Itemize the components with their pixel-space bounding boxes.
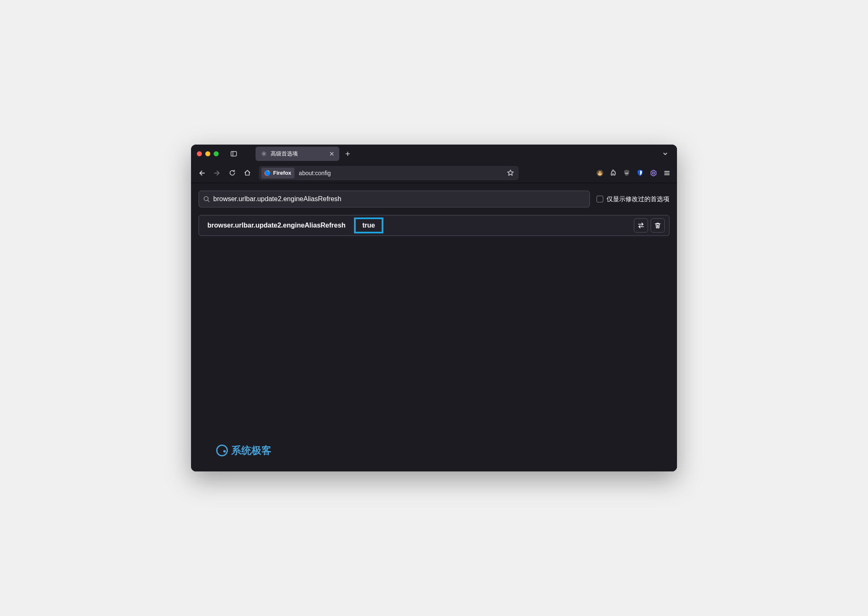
list-all-tabs-button[interactable] — [659, 148, 671, 160]
sidebar-toggle-button[interactable] — [228, 148, 240, 160]
bookmark-star-button[interactable] — [504, 167, 516, 179]
firefox-icon — [264, 170, 271, 176]
close-icon — [329, 151, 334, 156]
config-search-input[interactable] — [213, 195, 585, 203]
svg-point-14 — [600, 172, 601, 173]
monkey-icon — [596, 169, 604, 177]
nav-toolbar: Firefox about:config — [191, 163, 677, 183]
pref-toggle-button[interactable] — [634, 218, 648, 233]
home-button[interactable] — [240, 166, 254, 180]
svg-rect-0 — [231, 152, 237, 156]
config-search-box[interactable] — [199, 191, 590, 207]
identity-box[interactable]: Firefox — [261, 168, 294, 179]
pref-value: true — [354, 217, 383, 233]
show-modified-label: 仅显示修改过的首选项 — [607, 195, 669, 203]
window-controls — [197, 151, 219, 156]
plus-icon — [345, 151, 351, 157]
tab-title: 高级首选项 — [271, 150, 325, 158]
svg-text:uo: uo — [625, 172, 628, 174]
minimize-window-button[interactable] — [205, 151, 210, 156]
shield-icon: uo — [623, 169, 630, 177]
hexagon-icon — [650, 169, 657, 177]
arrow-right-icon — [213, 169, 221, 177]
checkbox-icon[interactable] — [597, 196, 603, 202]
trash-icon — [654, 222, 661, 229]
new-tab-button[interactable] — [342, 148, 354, 160]
pref-actions — [630, 215, 669, 236]
show-modified-only[interactable]: 仅显示修改过的首选项 — [597, 195, 669, 203]
home-icon — [244, 169, 251, 176]
extension-bitwarden-icon[interactable] — [634, 167, 646, 179]
pref-value-cell: true — [354, 215, 383, 236]
pref-delete-button[interactable] — [651, 218, 665, 233]
svg-line-22 — [208, 200, 209, 202]
svg-point-13 — [598, 172, 599, 173]
back-button[interactable] — [195, 166, 209, 180]
about-config-content: 仅显示修改过的首选项 browser.urlbar.update2.engine… — [191, 183, 677, 471]
pref-row: browser.urlbar.update2.engineAliasRefres… — [199, 215, 669, 236]
forward-button[interactable] — [210, 166, 224, 180]
settings-icon — [261, 150, 267, 157]
identity-label: Firefox — [273, 170, 291, 176]
tab-close-button[interactable] — [328, 150, 335, 157]
puzzle-icon — [610, 169, 617, 176]
watermark-icon — [216, 445, 228, 456]
svg-marker-10 — [507, 170, 513, 176]
svg-marker-16 — [651, 170, 656, 176]
sidebar-icon — [230, 150, 237, 157]
tab-strip: 高级首选项 — [256, 147, 656, 161]
hamburger-icon — [664, 170, 670, 176]
reload-button[interactable] — [225, 166, 239, 180]
chevron-down-icon — [662, 151, 668, 157]
svg-point-17 — [653, 172, 655, 174]
extension-openai-icon[interactable] — [648, 167, 659, 179]
titlebar: 高级首选项 — [191, 145, 677, 163]
search-icon — [203, 196, 210, 202]
close-window-button[interactable] — [197, 151, 202, 156]
pref-name: browser.urlbar.update2.engineAliasRefres… — [199, 215, 354, 236]
browser-window: 高级首选项 — [191, 145, 677, 471]
config-search-row: 仅显示修改过的首选项 — [199, 191, 669, 207]
swap-icon — [637, 222, 645, 229]
arrow-left-icon — [198, 169, 206, 177]
maximize-window-button[interactable] — [214, 151, 219, 156]
reload-icon — [229, 169, 236, 176]
app-menu-button[interactable] — [661, 167, 673, 179]
extension-avatar-icon[interactable] — [594, 167, 606, 179]
url-text[interactable]: about:config — [294, 170, 504, 176]
extensions-button[interactable] — [607, 167, 619, 179]
toolbar-right: uo — [594, 167, 673, 179]
watermark-text: 系统极客 — [231, 444, 271, 457]
svg-point-12 — [598, 171, 602, 176]
tab-active[interactable]: 高级首选项 — [256, 147, 339, 161]
star-icon — [507, 169, 514, 176]
extension-ublock-icon[interactable]: uo — [621, 167, 633, 179]
watermark: 系统极客 — [216, 444, 271, 457]
svg-point-2 — [263, 153, 265, 155]
url-bar[interactable]: Firefox about:config — [259, 166, 519, 180]
shield-b-icon — [636, 169, 644, 177]
